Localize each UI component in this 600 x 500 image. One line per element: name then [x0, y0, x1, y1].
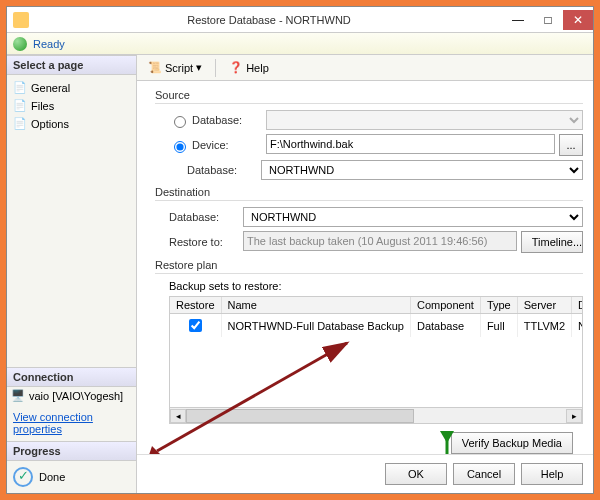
source-database-select	[266, 110, 583, 130]
help-icon: ❓	[229, 61, 243, 74]
chevron-down-icon: ▾	[196, 61, 202, 74]
col-name[interactable]: Name	[221, 297, 410, 314]
status-bar: Ready	[7, 33, 593, 55]
backup-sets-label: Backup sets to restore:	[169, 280, 583, 292]
maximize-button[interactable]: □	[533, 10, 563, 30]
browse-device-button[interactable]: ...	[559, 134, 583, 156]
script-icon: 📜	[148, 61, 162, 74]
window-title: Restore Database - NORTHWND	[35, 14, 503, 26]
sidebar-item-files[interactable]: 📄Files	[9, 97, 134, 115]
page-icon: 📄	[13, 81, 27, 95]
restore-plan-title: Restore plan	[155, 259, 583, 274]
cell-server: TTLVM2	[517, 314, 571, 338]
minimize-button[interactable]: —	[503, 10, 533, 30]
page-icon: 📄	[13, 99, 27, 113]
source-database-radio[interactable]	[174, 116, 186, 128]
source-device-radio[interactable]	[174, 141, 186, 153]
sidebar-item-options[interactable]: 📄Options	[9, 115, 134, 133]
server-icon: 🖥️	[11, 389, 25, 403]
scroll-thumb[interactable]	[186, 409, 414, 423]
view-connection-link[interactable]: View connection properties	[7, 405, 136, 441]
dest-db-label: Database:	[169, 211, 243, 223]
scroll-left-arrow[interactable]: ◂	[170, 409, 186, 423]
status-text: Ready	[33, 38, 65, 50]
connection-value: 🖥️vaio [VAIO\Yogesh]	[7, 387, 136, 405]
connection-header: Connection	[7, 367, 136, 387]
script-button[interactable]: 📜Script▾	[143, 58, 207, 77]
app-icon	[13, 12, 29, 28]
destination-group: Destination Database: NORTHWND Restore t…	[155, 186, 583, 253]
restore-checkbox[interactable]	[189, 319, 202, 332]
done-icon	[13, 467, 33, 487]
restore-database-window: Restore Database - NORTHWND — □ ✕ Ready …	[6, 6, 594, 494]
backup-sets-table: Restore Name Component Type Server Datab…	[169, 296, 583, 408]
separator	[215, 59, 216, 77]
titlebar: Restore Database - NORTHWND — □ ✕	[7, 7, 593, 33]
dest-db-select[interactable]: NORTHWND	[243, 207, 583, 227]
verify-backup-button[interactable]: Verify Backup Media	[451, 432, 573, 454]
page-icon: 📄	[13, 117, 27, 131]
toolbar: 📜Script▾ ❓Help	[137, 55, 593, 81]
progress-text: Done	[39, 471, 65, 483]
dialog-footer: OK Cancel Help	[137, 454, 593, 493]
horizontal-scrollbar[interactable]: ◂ ▸	[169, 408, 583, 424]
device-path-input[interactable]	[266, 134, 555, 154]
status-icon	[13, 37, 27, 51]
sidebar: Select a page 📄General 📄Files 📄Options C…	[7, 55, 137, 493]
destination-title: Destination	[155, 186, 583, 201]
restore-to-input	[243, 231, 517, 251]
cell-type: Full	[480, 314, 517, 338]
col-restore[interactable]: Restore	[170, 297, 221, 314]
source-db2-label: Database:	[187, 164, 261, 176]
sidebar-item-general[interactable]: 📄General	[9, 79, 134, 97]
source-db2-select[interactable]: NORTHWND	[261, 160, 583, 180]
help-button[interactable]: Help	[521, 463, 583, 485]
restore-plan-group: Restore plan Backup sets to restore: Res…	[155, 259, 583, 424]
select-page-header: Select a page	[7, 55, 136, 75]
timeline-button[interactable]: Timeline...	[521, 231, 583, 253]
table-row[interactable]: NORTHWND-Full Database Backup Database F…	[170, 314, 583, 338]
cell-database: NORTHWND	[572, 314, 583, 338]
col-type[interactable]: Type	[480, 297, 517, 314]
cell-name: NORTHWND-Full Database Backup	[221, 314, 410, 338]
source-title: Source	[155, 89, 583, 104]
cancel-button[interactable]: Cancel	[453, 463, 515, 485]
source-group: Source Database: Device: ...	[155, 89, 583, 180]
scroll-right-arrow[interactable]: ▸	[566, 409, 582, 423]
col-server[interactable]: Server	[517, 297, 571, 314]
ok-button[interactable]: OK	[385, 463, 447, 485]
cell-component: Database	[411, 314, 481, 338]
progress-indicator: Done	[7, 461, 136, 493]
col-component[interactable]: Component	[411, 297, 481, 314]
progress-header: Progress	[7, 441, 136, 461]
close-button[interactable]: ✕	[563, 10, 593, 30]
source-database-label: Database:	[192, 114, 266, 126]
restore-to-label: Restore to:	[169, 236, 243, 248]
source-device-label: Device:	[192, 139, 266, 151]
help-button[interactable]: ❓Help	[224, 58, 274, 77]
col-database[interactable]: Database	[572, 297, 583, 314]
